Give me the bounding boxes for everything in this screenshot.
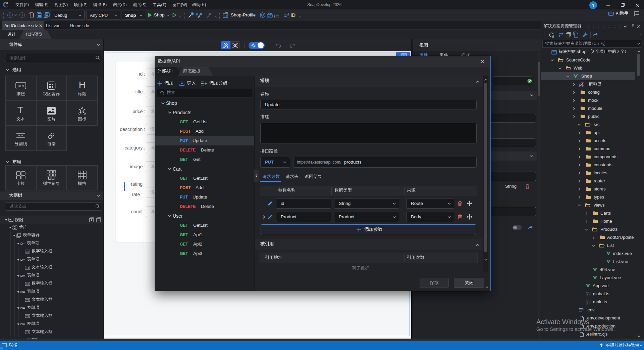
svg-text:10: 10 [26, 251, 29, 253]
svg-text:T: T [26, 266, 28, 269]
svg-text:T: T [26, 331, 28, 334]
svg-text:BTN: BTN [18, 84, 24, 88]
svg-text:T: T [26, 315, 28, 318]
svg-text:(n): (n) [276, 14, 279, 17]
svg-text:API: API [268, 15, 271, 17]
svg-text:10: 10 [26, 283, 29, 285]
svg-text:T: T [26, 299, 28, 302]
